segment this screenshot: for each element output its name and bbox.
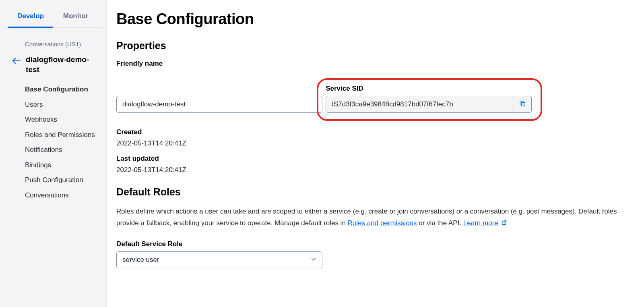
service-sid-field: IS7d3f3ca9e39848cd9817bd07f67fec7b bbox=[326, 96, 532, 113]
nav-base-configuration[interactable]: Base Configuration bbox=[0, 82, 106, 97]
nav-notifications[interactable]: Notifications bbox=[0, 142, 106, 158]
copy-icon bbox=[519, 100, 526, 108]
nav-push-configuration[interactable]: Push Configuration bbox=[0, 172, 106, 188]
chevron-down-icon bbox=[311, 256, 316, 264]
tab-monitor[interactable]: Monitor bbox=[53, 7, 98, 28]
main-content: Base Configuration Properties Friendly n… bbox=[107, 0, 644, 307]
label-default-service-role: Default Service Role bbox=[116, 240, 628, 248]
nav-bindings[interactable]: Bindings bbox=[0, 158, 106, 173]
section-properties: Properties bbox=[116, 40, 628, 52]
default-service-role-select[interactable]: service user bbox=[116, 251, 322, 268]
nav-conversations[interactable]: Conversations bbox=[0, 188, 106, 203]
breadcrumb: Conversations (US1) bbox=[0, 28, 106, 52]
page-title: Base Configuration bbox=[116, 10, 628, 28]
nav-users[interactable]: Users bbox=[0, 97, 106, 112]
nav-roles-permissions[interactable]: Roles and Permissions bbox=[0, 127, 106, 143]
label-friendly-name: Friendly name bbox=[116, 60, 628, 68]
roles-desc-text-2: or via the API. bbox=[417, 219, 463, 227]
last-updated-value: 2022-05-13T14:20:41Z bbox=[116, 166, 628, 174]
tab-develop[interactable]: Develop bbox=[8, 7, 53, 28]
service-sid-value: IS7d3f3ca9e39848cd9817bd07f67fec7b bbox=[326, 96, 514, 112]
service-sid-highlight: Service SID IS7d3f3ca9e39848cd9817bd07f6… bbox=[317, 78, 542, 121]
sidebar-tabs: Develop Monitor bbox=[4, 7, 102, 28]
nav-webhooks[interactable]: Webhooks bbox=[0, 112, 106, 127]
label-created: Created bbox=[116, 128, 628, 136]
back-arrow-icon[interactable] bbox=[12, 55, 21, 66]
section-default-roles: Default Roles bbox=[116, 186, 628, 198]
default-roles-description: Roles define which actions a user can ta… bbox=[116, 206, 628, 230]
label-last-updated: Last updated bbox=[116, 155, 628, 163]
external-link-icon bbox=[501, 220, 507, 227]
default-service-role-value: service user bbox=[122, 256, 159, 264]
friendly-name-input[interactable] bbox=[116, 96, 322, 113]
sidebar: Develop Monitor Conversations (US1) dial… bbox=[0, 0, 107, 307]
link-learn-more[interactable]: Learn more bbox=[463, 219, 498, 227]
service-name: dialogflow-demo-test bbox=[26, 55, 102, 75]
created-value: 2022-05-13T14:20:41Z bbox=[116, 139, 628, 147]
label-service-sid: Service SID bbox=[326, 85, 532, 93]
copy-sid-button[interactable] bbox=[514, 96, 531, 112]
svg-rect-1 bbox=[522, 103, 525, 106]
sidebar-nav: Base Configuration Users Webhooks Roles … bbox=[0, 77, 106, 203]
link-roles-permissions[interactable]: Roles and permissions bbox=[348, 219, 417, 227]
